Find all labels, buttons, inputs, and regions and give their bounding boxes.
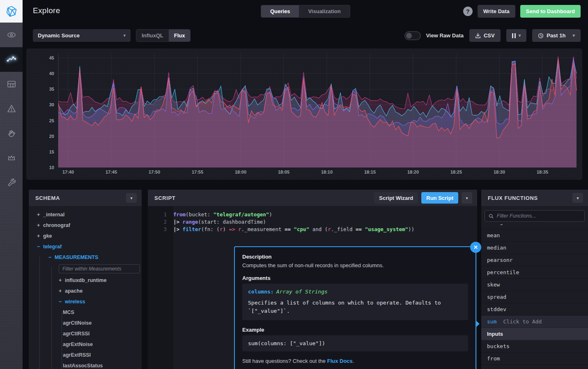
time-range-dropdown[interactable]: Past 1h ▾ xyxy=(532,29,581,42)
sidebar-item-alert-triangle[interactable] xyxy=(0,96,23,121)
flux-function-stddev[interactable]: stddev xyxy=(481,303,588,316)
sidebar-item-crown[interactable] xyxy=(0,146,23,170)
tab-visualization[interactable]: Visualization xyxy=(299,5,349,17)
timeseries-chart-panel[interactable]: 101520253035404517:4017:4517:5017:5518:0… xyxy=(26,48,582,180)
svg-text:10: 10 xyxy=(49,165,54,170)
minus-expander-icon[interactable]: − xyxy=(59,299,65,305)
source-dropdown-value: Dynamic Source xyxy=(38,32,80,39)
help-button[interactable]: ? xyxy=(463,7,473,16)
argument-description: Specifies a list of columns on which to … xyxy=(248,299,470,315)
code-text: |> range(start: dashboardTime) xyxy=(173,218,266,226)
flux-function-Inputs[interactable]: Inputs xyxy=(481,328,588,340)
sidebar-item-dashboards-grid[interactable] xyxy=(0,72,23,96)
flux-function-buckets[interactable]: buckets xyxy=(481,340,588,353)
app-logo[interactable] xyxy=(0,0,23,23)
tooltip-example-heading: Example xyxy=(242,327,468,333)
filter-functions-searchbox[interactable] xyxy=(485,210,585,222)
measurements-filter-row xyxy=(29,263,142,275)
tree-item-label: influxdb_runtime xyxy=(65,277,106,283)
minus-expander-icon[interactable]: − xyxy=(48,254,55,260)
tree-item-label: lastAssocStatus xyxy=(63,363,103,369)
schema-tree-item-MCS[interactable]: MCS xyxy=(29,307,142,318)
schema-tree: +_internal+chronograf+gke−telegraf−MEASU… xyxy=(29,206,142,369)
flux-docs-link[interactable]: Flux Docs xyxy=(327,358,353,364)
flux-function-skew[interactable]: skew xyxy=(481,279,588,291)
schema-tree-item-MEASUREMENTS[interactable]: −MEASUREMENTS xyxy=(29,252,142,263)
send-to-dashboard-button[interactable]: Send to Dashboard xyxy=(520,5,581,18)
minus-expander-icon[interactable]: − xyxy=(37,244,43,250)
flux-function-pearsonr[interactable]: pearsonr xyxy=(481,254,588,266)
script-wizard-button[interactable]: Script Wizard xyxy=(374,192,418,204)
sidebar-item-wrench[interactable] xyxy=(0,170,23,195)
view-raw-data-label: View Raw Data xyxy=(426,32,464,39)
plus-expander-icon[interactable]: + xyxy=(59,277,65,283)
flux-function-percentile[interactable]: percentile xyxy=(481,266,588,279)
schema-collapse-button[interactable]: ▾ xyxy=(126,193,137,203)
plus-expander-icon[interactable]: + xyxy=(59,288,65,294)
schema-tree-item-_internal[interactable]: +_internal xyxy=(29,209,142,220)
tree-item-label: chronograf xyxy=(43,222,70,228)
function-name: Inputs xyxy=(487,331,503,337)
tooltip-close-button[interactable]: ✕ xyxy=(470,242,481,253)
sidebar-item-graph-pulse[interactable] xyxy=(0,47,23,72)
script-options-button[interactable]: ▾ xyxy=(462,192,472,204)
line-number: 3 xyxy=(148,226,173,233)
svg-text:18:05: 18:05 xyxy=(278,170,289,174)
top-header: Explore Queries Visualization ? Write Da… xyxy=(23,0,588,23)
download-csv-button[interactable]: CSV xyxy=(469,29,501,42)
query-language-toggle: InfluxQL Flux xyxy=(136,29,191,42)
flux-functions-collapse-button[interactable]: ▾ xyxy=(572,193,583,203)
schema-tree-item-agrExtNoise[interactable]: agrExtNoise xyxy=(29,339,142,350)
run-script-button[interactable]: Run Script xyxy=(421,192,458,204)
plus-expander-icon[interactable]: + xyxy=(37,233,43,239)
pause-refresh-dropdown[interactable]: ▾ xyxy=(506,29,527,42)
line-chart[interactable]: 101520253035404517:4017:4517:5017:5518:0… xyxy=(26,48,582,180)
flux-function-median[interactable]: median xyxy=(481,242,588,254)
schema-tree-item-agrCtlNoise[interactable]: agrCtlNoise xyxy=(29,318,142,328)
sidebar-item-eye[interactable] xyxy=(0,23,23,47)
svg-text:17:55: 17:55 xyxy=(192,170,203,174)
script-title: SCRIPT xyxy=(154,195,175,201)
tree-item-label: _internal xyxy=(43,212,64,218)
schema-tree-item-gke[interactable]: +gke xyxy=(29,231,142,241)
schema-tree-item-wireless[interactable]: −wireless xyxy=(29,296,142,307)
flux-toggle-option[interactable]: Flux xyxy=(169,30,191,41)
schema-tree-item-agrExtRSSI[interactable]: agrExtRSSI xyxy=(29,350,142,360)
schema-tree-item-apache[interactable]: +apache xyxy=(29,286,142,296)
schema-tree-item-telegraf[interactable]: −telegraf xyxy=(29,241,142,252)
function-name: mean xyxy=(487,232,500,238)
click-to-add-hint: Click to Add xyxy=(503,319,542,325)
eye-icon xyxy=(7,30,16,40)
svg-text:18:10: 18:10 xyxy=(321,170,333,174)
filter-measurements-input[interactable] xyxy=(59,264,140,273)
schema-title: SCHEMA xyxy=(35,195,60,201)
chevron-down-icon: ▾ xyxy=(519,33,521,38)
view-raw-data-toggle[interactable] xyxy=(404,31,421,40)
source-dropdown[interactable]: Dynamic Source ▾ xyxy=(33,29,131,42)
schema-tree-item-influxdb_runtime[interactable]: +influxdb_runtime xyxy=(29,275,142,286)
time-range-value: Past 1h xyxy=(547,32,565,39)
schema-tree-item-lastAssocStatus[interactable]: lastAssocStatus xyxy=(29,360,142,369)
tree-item-label: agrExtRSSI xyxy=(63,352,91,358)
filter-functions-input[interactable] xyxy=(497,213,581,219)
influxql-toggle-option[interactable]: InfluxQL xyxy=(136,30,169,41)
plus-expander-icon[interactable]: + xyxy=(37,212,43,218)
function-name: spread xyxy=(487,294,506,300)
flux-function-integral[interactable]: integral xyxy=(481,224,588,229)
wrench-icon xyxy=(7,178,16,188)
plus-expander-icon[interactable]: + xyxy=(37,222,43,228)
function-name: sum xyxy=(487,319,496,325)
flux-function-mean[interactable]: mean xyxy=(481,229,588,242)
svg-text:17:40: 17:40 xyxy=(62,170,74,174)
flux-function-from[interactable]: from xyxy=(481,353,588,365)
tooltip-pointer-arrow xyxy=(475,320,480,328)
flux-function-sum[interactable]: sumClick to Add xyxy=(481,316,588,328)
tab-queries[interactable]: Queries xyxy=(261,5,299,17)
schema-tree-item-chronograf[interactable]: +chronograf xyxy=(29,220,142,231)
sidebar-item-hand-pulse[interactable] xyxy=(0,121,23,146)
tooltip-argument-box: columns:Array of Strings Specifies a lis… xyxy=(242,284,468,320)
flux-function-spread[interactable]: spread xyxy=(481,291,588,303)
schema-tree-item-agrCtlRSSI[interactable]: agrCtlRSSI xyxy=(29,328,142,339)
write-data-button[interactable]: Write Data xyxy=(478,5,515,18)
flux-functions-header: FLUX FUNCTIONS ▾ xyxy=(481,190,588,206)
